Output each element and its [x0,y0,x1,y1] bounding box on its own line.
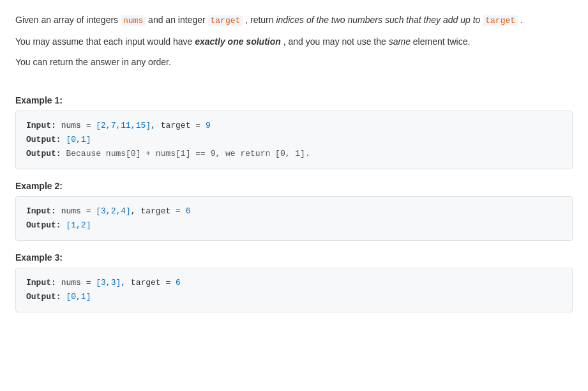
desc-pre: Given an array of integers [15,15,118,25]
example-3-target-sep: , target = [121,278,176,288]
example-1-input-value: nums = [61,121,96,130]
target-inline-code2: target [483,15,518,26]
exactly-one: exactly one solution [195,36,281,47]
input-keyword-3: Input: [26,278,56,288]
example-1-nums: [2,7,11,15] [96,121,151,130]
example-2: Example 2: Input: nums = [3,2,4], target… [15,181,573,241]
input-keyword-2: Input: [26,206,56,216]
desc-and-not: , and you may not use the [283,36,386,47]
example-1-target-sep: , target = [151,121,206,130]
description-line1: Given an array of integers nums and an i… [15,13,573,28]
example-3-title: Example 3: [15,252,573,263]
same-label: same [389,36,411,47]
example-3-nums: [3,3] [96,278,121,288]
output-keyword-3: Output: [26,292,61,302]
desc-return: , return [245,15,273,25]
example-1-output2-value: Because nums[0] + nums[1] == 9, we retur… [66,149,310,158]
example-2-target-sep: , target = [131,206,186,216]
output-keyword-2: Output: [26,220,61,230]
example-3-output-value: [0,1] [66,292,91,302]
example-1-output2-line: Output: Because nums[0] + nums[1] == 9, … [26,147,562,161]
desc-twice: element twice. [413,36,470,47]
desc-and-an: and an integer [148,15,206,25]
example-3-target-val: 6 [176,278,181,288]
example-3: Example 3: Input: nums = [3,3], target =… [15,252,573,312]
desc-assume: You may assume that each input would hav… [15,36,192,47]
output1-keyword: Output: [26,135,61,144]
example-1-title: Example 1: [15,95,573,105]
example-3-code: Input: nums = [3,3], target = 6 Output: … [15,268,573,312]
example-2-input-line: Input: nums = [3,2,4], target = 6 [26,204,562,218]
desc-period: . [520,15,523,25]
example-2-code: Input: nums = [3,2,4], target = 6 Output… [15,196,573,241]
example-2-output-line: Output: [1,2] [26,218,562,233]
desc-italic: indices of the two numbers such that the… [276,15,480,25]
example-2-title: Example 2: [15,181,573,191]
example-3-input-value: nums = [61,278,96,288]
target-inline-code: target [208,15,243,26]
desc-return-order: You can return the answer in any order. [15,57,171,67]
example-1-code: Input: nums = [2,7,11,15], target = 9 Ou… [15,111,573,169]
example-3-output-line: Output: [0,1] [26,290,562,304]
example-2-nums: [3,2,4] [96,206,131,216]
output2-keyword: Output: [26,149,61,158]
example-1: Example 1: Input: nums = [2,7,11,15], ta… [15,95,573,169]
example-1-output1-line: Output: [0,1] [26,133,562,147]
nums-inline-code: nums [121,15,146,26]
example-2-input-value: nums = [61,206,96,216]
description-line2: You may assume that each input would hav… [15,34,573,49]
example-2-target-val: 6 [186,206,191,216]
example-3-input-line: Input: nums = [3,3], target = 6 [26,276,562,290]
example-1-input-line: Input: nums = [2,7,11,15], target = 9 [26,119,562,133]
problem-description: Given an array of integers nums and an i… [15,13,573,70]
example-1-output1-value: [0,1] [66,135,91,144]
input-keyword-1: Input: [26,121,56,130]
example-1-target-val: 9 [206,121,211,130]
description-line3: You can return the answer in any order. [15,55,573,69]
example-2-output-value: [1,2] [66,220,91,230]
